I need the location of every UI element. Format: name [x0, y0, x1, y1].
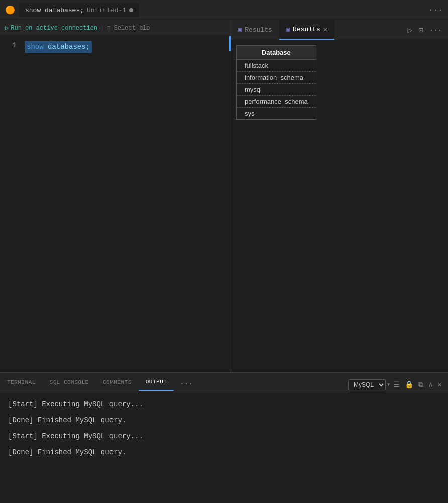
more-icon[interactable]: ···: [428, 6, 443, 15]
tab-output[interactable]: OUTPUT: [139, 373, 174, 391]
editor-content: 1 show databases;: [0, 36, 231, 372]
output-line: [Start] Executing MySQL query...: [8, 429, 440, 443]
bottom-panel: TERMINAL SQL CONSOLE COMMENTS OUTPUT ···…: [0, 372, 448, 503]
db-icon: 🟠: [5, 5, 15, 15]
results-tab-2-icon: ▣: [286, 26, 290, 33]
results-toolbar-right: ▷ ⊡ ···: [408, 25, 449, 35]
tab-terminal[interactable]: TERMINAL: [0, 373, 43, 391]
table-row: sys: [237, 108, 316, 120]
run-button[interactable]: ▷ Run on active connection: [5, 24, 97, 32]
mysql-selector[interactable]: MySQL: [348, 379, 386, 390]
title-bar-actions: ···: [428, 6, 443, 15]
tab-comments[interactable]: COMMENTS: [96, 373, 139, 391]
results-tabs: ▣ Results ▣ Results ✕ ▷ ⊡ ···: [231, 20, 448, 40]
editor-tab[interactable]: show databases; Untitled-1: [19, 3, 139, 17]
tab-modified-dot: [129, 8, 133, 12]
results-content: Database fullstackinformation_schemamysq…: [231, 40, 448, 372]
title-bar: 🟠 show databases; Untitled-1 ···: [0, 0, 448, 20]
keyword-show: show: [27, 43, 44, 51]
run-label: Run on active connection: [11, 25, 97, 32]
bottom-tab-right: MySQL ▾ ☰ 🔒 ⧉ ∧ ✕: [348, 378, 448, 391]
tab-more-icon[interactable]: ···: [176, 376, 196, 391]
results-pane: ▣ Results ▣ Results ✕ ▷ ⊡ ··· Database: [231, 20, 448, 372]
line-numbers: 1: [0, 36, 23, 372]
tab-file: Untitled-1: [87, 7, 126, 14]
separator: |: [100, 25, 104, 32]
select-text: Select blo: [114, 25, 150, 32]
chevron-up-icon[interactable]: ∧: [426, 378, 434, 391]
line-number-1: 1: [0, 41, 17, 49]
results-tab-2-label: Results: [293, 26, 320, 33]
output-line: [Done] Finished MySQL query.: [8, 445, 440, 459]
list-icon[interactable]: ☰: [391, 378, 402, 391]
title-bar-left: 🟠 show databases; Untitled-1: [5, 3, 139, 17]
editor-scrollbar: [223, 36, 231, 372]
results-tab-2-close[interactable]: ✕: [323, 25, 327, 34]
code-line-1: show databases;: [23, 41, 223, 52]
db-column-header: Database: [237, 46, 316, 60]
scrollbar-indicator: [229, 36, 231, 51]
table-row: information_schema: [237, 72, 316, 84]
results-tab-1-icon: ▣: [238, 26, 242, 34]
output-line: [Done] Finished MySQL query.: [8, 413, 440, 427]
select-label: ≡: [107, 25, 110, 32]
lock-icon[interactable]: 🔒: [403, 378, 415, 391]
editor-toolbar: ▷ Run on active connection | ≡ Select bl…: [0, 20, 231, 36]
copy-icon[interactable]: ⧉: [416, 379, 425, 391]
table-row: performance_schema: [237, 96, 316, 108]
run-icon: ▷: [5, 24, 9, 32]
bottom-tabs: TERMINAL SQL CONSOLE COMMENTS OUTPUT ···…: [0, 373, 448, 391]
output-line: [Start] Executing MySQL query...: [8, 397, 440, 411]
tab-label: show databases;: [25, 7, 84, 14]
bottom-content: [Start] Executing MySQL query...[Done] F…: [0, 391, 448, 503]
code-area[interactable]: show databases;: [23, 36, 223, 372]
more-results-icon[interactable]: ···: [429, 26, 442, 34]
table-row: fullstack: [237, 60, 316, 72]
code-selected: show databases;: [25, 41, 92, 53]
results-tab-1[interactable]: ▣ Results: [231, 20, 279, 40]
database-table: Database fullstackinformation_schemamysq…: [236, 45, 316, 120]
play-icon[interactable]: ▷: [408, 25, 413, 35]
tab-sql-console[interactable]: SQL CONSOLE: [43, 373, 96, 391]
close-panel-icon[interactable]: ✕: [436, 378, 444, 391]
main-area: ▷ Run on active connection | ≡ Select bl…: [0, 20, 448, 372]
results-tab-2[interactable]: ▣ Results ✕: [279, 20, 334, 40]
editor-pane: ▷ Run on active connection | ≡ Select bl…: [0, 20, 231, 372]
layout-icon[interactable]: ⊡: [418, 25, 423, 35]
results-tab-1-label: Results: [245, 26, 272, 34]
chevron-down-icon[interactable]: ▾: [387, 381, 390, 388]
table-row: mysql: [237, 84, 316, 96]
keyword-databases: databases;: [48, 43, 90, 51]
